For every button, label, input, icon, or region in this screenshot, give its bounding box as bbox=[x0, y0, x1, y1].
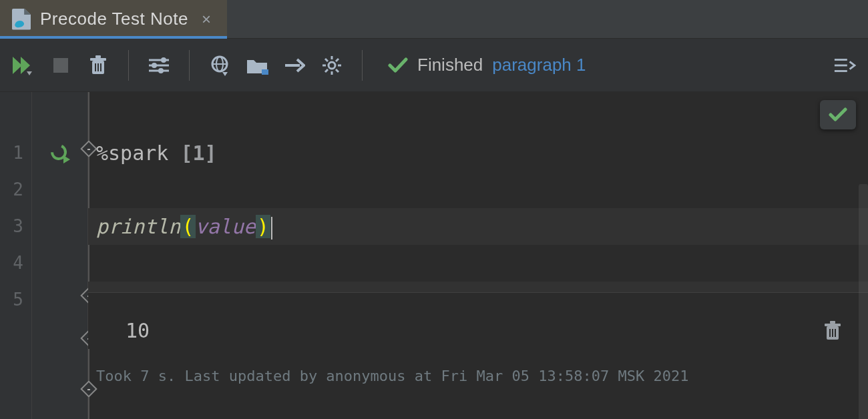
magic-token: %spark bbox=[96, 141, 168, 165]
svg-line-25 bbox=[336, 59, 339, 61]
svg-line-26 bbox=[325, 69, 328, 72]
svg-point-12 bbox=[158, 68, 164, 73]
toolbar: Finished paragraph 1 bbox=[0, 39, 868, 92]
svg-rect-4 bbox=[95, 63, 96, 71]
svg-rect-33 bbox=[830, 321, 835, 324]
close-icon[interactable]: × bbox=[198, 10, 215, 29]
check-icon bbox=[388, 57, 408, 73]
run-all-button[interactable] bbox=[12, 54, 35, 77]
line-number: 2 bbox=[0, 171, 31, 208]
code-editor[interactable]: %spark [1] println(value) 10 Took 7 s. L… bbox=[88, 92, 868, 419]
paren-close: ) bbox=[256, 215, 270, 238]
code-line[interactable]: %spark [1] bbox=[88, 135, 868, 171]
tab-title: Precode Test Note bbox=[40, 9, 188, 29]
code-line[interactable] bbox=[88, 245, 868, 282]
svg-point-10 bbox=[152, 63, 157, 68]
stop-button[interactable] bbox=[49, 54, 72, 77]
line-number: 4 bbox=[0, 245, 31, 282]
cell-status-check[interactable] bbox=[820, 100, 856, 129]
svg-rect-3 bbox=[95, 55, 101, 58]
separator bbox=[362, 50, 363, 81]
code-line-current[interactable]: println(value) bbox=[88, 208, 868, 245]
svg-rect-0 bbox=[53, 58, 68, 73]
editor-area: 1 2 3 4 5 %spark [1] println(value) 10 bbox=[0, 92, 868, 419]
argument-token: value bbox=[196, 215, 256, 238]
notebook-file-icon bbox=[12, 9, 31, 30]
function-token: println bbox=[96, 215, 180, 238]
svg-line-24 bbox=[336, 69, 339, 72]
gutter-icon-column bbox=[32, 92, 88, 419]
tab-bar: Precode Test Note × bbox=[0, 0, 868, 39]
svg-rect-34 bbox=[829, 329, 831, 337]
status-text: Finished bbox=[417, 55, 483, 75]
svg-rect-16 bbox=[262, 69, 268, 75]
separator bbox=[128, 50, 129, 81]
svg-point-18 bbox=[329, 62, 335, 69]
line-number: 3 bbox=[0, 208, 31, 245]
svg-line-23 bbox=[325, 59, 328, 61]
output-row: 10 bbox=[88, 312, 868, 349]
tab-active[interactable]: Precode Test Note × bbox=[0, 0, 227, 38]
output-meta: Took 7 s. Last updated by anonymous at F… bbox=[88, 368, 868, 384]
svg-point-8 bbox=[161, 57, 166, 63]
folder-icon[interactable] bbox=[246, 54, 268, 77]
toolbar-right bbox=[833, 54, 856, 77]
line-number: 1 bbox=[0, 135, 31, 171]
trash-button[interactable] bbox=[87, 54, 110, 77]
svg-rect-6 bbox=[100, 63, 101, 71]
clear-output-button[interactable] bbox=[824, 321, 841, 341]
output-value: 10 bbox=[126, 319, 150, 342]
svg-rect-35 bbox=[832, 329, 833, 337]
arrow-right-icon[interactable] bbox=[283, 54, 306, 77]
svg-rect-5 bbox=[97, 63, 99, 71]
paren-open: ( bbox=[180, 215, 195, 238]
svg-rect-32 bbox=[825, 324, 841, 326]
separator bbox=[189, 50, 190, 81]
status-area: Finished paragraph 1 bbox=[388, 55, 586, 75]
vertical-scrollbar[interactable] bbox=[859, 184, 868, 419]
line-number: 5 bbox=[0, 282, 31, 318]
globe-refresh-icon[interactable] bbox=[208, 54, 231, 77]
gear-icon[interactable] bbox=[320, 54, 343, 77]
output-block: 10 Took 7 s. Last updated by anonymous a… bbox=[88, 292, 868, 384]
outline-icon[interactable] bbox=[833, 54, 856, 77]
caret bbox=[271, 217, 272, 240]
run-cell-icon[interactable] bbox=[50, 143, 70, 163]
code-line[interactable] bbox=[88, 171, 868, 208]
line-number-gutter: 1 2 3 4 5 bbox=[0, 92, 32, 419]
output-divider bbox=[88, 292, 868, 312]
svg-rect-2 bbox=[90, 58, 106, 61]
svg-rect-36 bbox=[835, 329, 836, 337]
cell-index: [1] bbox=[180, 141, 216, 165]
settings-sliders-icon[interactable] bbox=[148, 54, 170, 77]
status-link[interactable]: paragraph 1 bbox=[492, 55, 586, 75]
